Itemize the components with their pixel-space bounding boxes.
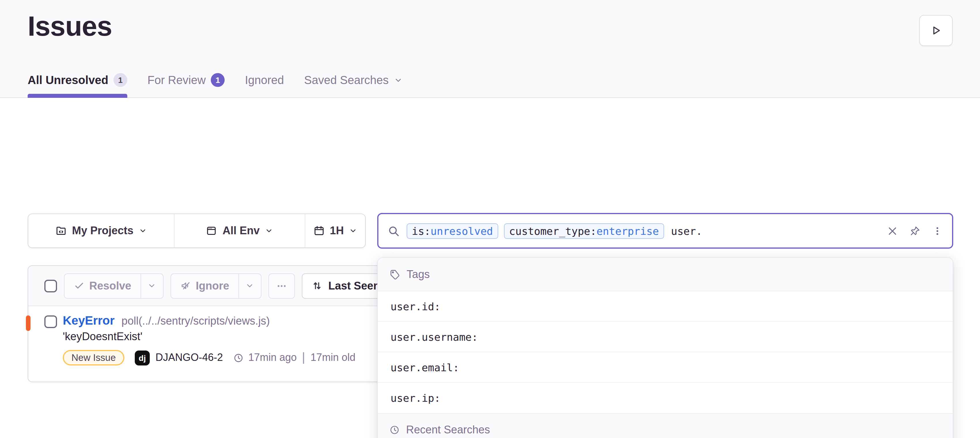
recent-searches-label: Recent Searches xyxy=(406,424,490,436)
sort-label: Last Seen xyxy=(328,279,380,292)
more-actions-button[interactable] xyxy=(269,273,295,298)
filter-bar: My Projects All Env 1H xyxy=(28,214,366,248)
window-icon xyxy=(206,225,218,236)
date-range-label: 1H xyxy=(330,224,344,237)
tab-label: Saved Searches xyxy=(304,74,389,87)
tag-suggestion-user-email[interactable]: user.email: xyxy=(378,352,953,383)
error-level-indicator xyxy=(26,316,30,331)
sort-arrows-icon xyxy=(312,280,323,291)
issue-short-id: DJANGO-46-2 xyxy=(156,352,223,364)
tab-count-badge: 1 xyxy=(113,73,127,87)
active-tab-underline xyxy=(28,94,127,98)
issues-page: Issues All Unresolved 1 For Review 1 Ign… xyxy=(0,0,980,438)
tab-bar: All Unresolved 1 For Review 1 Ignored Sa… xyxy=(28,73,402,97)
tag-suggestion-user-id[interactable]: user.id: xyxy=(378,291,953,322)
tab-label: All Unresolved xyxy=(28,73,108,87)
chevron-down-icon xyxy=(138,227,146,235)
tags-section-header: Tags xyxy=(378,258,953,291)
search-draft-text: user. xyxy=(671,225,702,237)
ignore-label: Ignore xyxy=(196,279,229,292)
mute-icon xyxy=(180,280,191,291)
project-filter-label: My Projects xyxy=(72,224,133,237)
sort-last-seen-button[interactable]: Last Seen xyxy=(302,273,390,298)
time-separator xyxy=(303,352,304,363)
tab-saved-searches[interactable]: Saved Searches xyxy=(304,74,402,97)
search-token-status[interactable]: is:unresolved xyxy=(407,223,498,238)
tab-label: Ignored xyxy=(245,74,284,87)
tag-icon xyxy=(389,269,400,280)
clock-icon xyxy=(233,352,243,363)
ignore-dropdown-button[interactable] xyxy=(239,273,261,298)
environment-filter[interactable]: All Env xyxy=(174,214,305,248)
search-autocomplete-dropdown: Tags user.id: user.username: user.email:… xyxy=(377,257,953,438)
check-icon xyxy=(74,280,85,291)
pin-icon[interactable] xyxy=(910,225,920,236)
select-all-checkbox[interactable] xyxy=(45,279,57,292)
project-group: dj DJANGO-46-2 xyxy=(135,350,223,365)
overflow-menu-icon[interactable] xyxy=(932,225,943,236)
issue-culprit: poll(../../sentry/scripts/views.js) xyxy=(121,315,270,327)
chevron-down-icon xyxy=(265,227,273,235)
page-title: Issues xyxy=(28,10,112,42)
chevron-down-icon xyxy=(246,281,254,290)
tab-for-review[interactable]: For Review 1 xyxy=(148,73,224,97)
token-key: customer_type: xyxy=(509,225,597,237)
date-range-filter[interactable]: 1H xyxy=(305,214,365,248)
issue-title-link[interactable]: KeyError xyxy=(63,314,115,327)
chevron-down-icon xyxy=(394,76,402,85)
search-icon xyxy=(388,225,400,237)
new-issue-badge: New Issue xyxy=(63,350,124,365)
tags-section-label: Tags xyxy=(407,268,430,281)
ignore-button-group: Ignore xyxy=(170,273,261,298)
project-filter[interactable]: My Projects xyxy=(28,214,174,248)
tab-count-badge: 1 xyxy=(211,73,224,87)
issue-checkbox[interactable] xyxy=(45,316,57,328)
resolve-button-group: Resolve xyxy=(64,273,164,298)
issue-age: 17min old xyxy=(310,352,355,364)
tab-label: For Review xyxy=(148,73,205,87)
token-value: enterprise xyxy=(597,225,659,237)
tab-all-unresolved[interactable]: All Unresolved 1 xyxy=(28,73,127,97)
clock-icon xyxy=(389,425,400,435)
play-button[interactable] xyxy=(919,15,953,46)
clear-icon[interactable] xyxy=(887,225,898,236)
django-platform-icon: dj xyxy=(135,350,150,365)
search-input[interactable]: is:unresolved customer_type:enterprise u… xyxy=(377,213,953,249)
calendar-icon xyxy=(313,225,325,236)
environment-filter-label: All Env xyxy=(223,224,260,237)
chevron-down-icon xyxy=(148,281,156,290)
recent-searches-section-header: Recent Searches xyxy=(378,413,953,438)
issue-last-seen: 17min ago xyxy=(248,352,297,364)
resolve-label: Resolve xyxy=(89,279,131,292)
project-folder-icon xyxy=(55,225,67,236)
token-key: is: xyxy=(412,225,431,237)
resolve-dropdown-button[interactable] xyxy=(140,273,164,298)
tab-ignored[interactable]: Ignored xyxy=(245,74,284,97)
issue-times: 17min ago 17min old xyxy=(233,352,355,364)
search-actions xyxy=(887,225,943,236)
tag-suggestion-user-ip[interactable]: user.ip: xyxy=(378,383,953,413)
page-header: Issues All Unresolved 1 For Review 1 Ign… xyxy=(0,0,980,98)
chevron-down-icon xyxy=(349,227,357,235)
token-value: unresolved xyxy=(431,225,493,237)
tag-suggestion-user-username[interactable]: user.username: xyxy=(378,322,953,352)
ellipsis-icon xyxy=(276,280,287,292)
resolve-button[interactable]: Resolve xyxy=(64,273,141,298)
ignore-button[interactable]: Ignore xyxy=(170,273,239,298)
play-icon xyxy=(930,24,942,37)
search-token-customer-type[interactable]: customer_type:enterprise xyxy=(504,223,664,238)
